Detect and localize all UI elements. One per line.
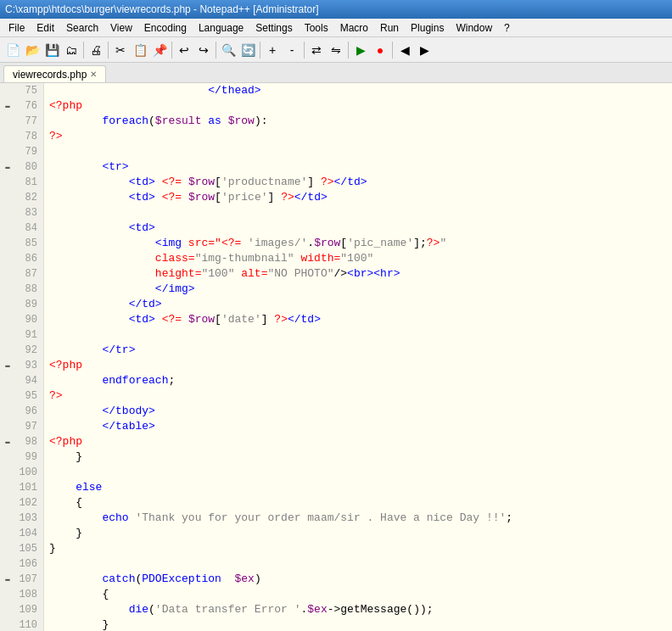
paste-button[interactable]: 📌 — [150, 41, 169, 59]
fold-icon — [2, 421, 14, 433]
menu-search[interactable]: Search — [61, 20, 104, 36]
line-number: 108 — [14, 587, 37, 602]
code-line: <td> <?= $row['date'] ?></td> — [49, 312, 672, 327]
code-line: height="100" alt="NO PHOTO"/><br><hr> — [49, 266, 672, 282]
code-line: { — [49, 495, 672, 511]
gutter-row: 103 — [0, 511, 43, 526]
line-number: 89 — [14, 297, 37, 312]
line-number: 91 — [14, 327, 37, 343]
fold-icon — [2, 604, 14, 616]
code-line: } — [49, 617, 672, 631]
redo-button[interactable]: ↪ — [194, 41, 213, 59]
gutter-row: 102 — [0, 495, 43, 511]
code-line: <img src="<?= 'images/'.$row['pic_name']… — [49, 236, 672, 251]
line-number: 88 — [14, 282, 37, 297]
tab-label: viewrecords.php — [13, 69, 87, 81]
sep7 — [348, 42, 349, 59]
run-button[interactable]: ▶ — [351, 41, 370, 59]
line-number: 101 — [14, 480, 37, 495]
gutter-row: 94 — [0, 373, 43, 388]
code-content[interactable]: </thead> <?php foreach($result as $row):… — [44, 83, 672, 631]
fold-icon[interactable]: ▬ — [2, 573, 14, 585]
sep8 — [392, 42, 393, 59]
fold-icon[interactable]: ▬ — [2, 100, 14, 112]
new-button[interactable]: 📄 — [3, 41, 22, 59]
code-line: foreach($result as $row): — [49, 114, 672, 129]
tab-close-icon[interactable]: ✕ — [90, 70, 97, 79]
line-number: 90 — [14, 312, 37, 327]
code-line: </img> — [49, 282, 672, 297]
code-line: catch(PDOException $ex) — [49, 572, 672, 587]
code-line: else — [49, 480, 672, 495]
sep3 — [171, 42, 172, 59]
menu-settings[interactable]: Settings — [250, 20, 297, 36]
fold-icon — [2, 512, 14, 524]
fold-icon — [2, 589, 14, 600]
menu-view[interactable]: View — [105, 20, 137, 36]
save-button[interactable]: 💾 — [42, 41, 61, 59]
gutter-row: ▬93 — [0, 358, 43, 373]
menu-edit[interactable]: Edit — [31, 20, 59, 36]
menu-file[interactable]: File — [3, 20, 30, 36]
undo-button[interactable]: ↩ — [175, 41, 193, 59]
next-button[interactable]: ▶ — [415, 41, 434, 59]
menu-run[interactable]: Run — [375, 20, 404, 36]
replace-button[interactable]: 🔄 — [238, 41, 257, 59]
gutter-row: 81 — [0, 175, 43, 190]
open-button[interactable]: 📂 — [23, 41, 42, 59]
fold-icon[interactable]: ▬ — [2, 360, 14, 371]
menu-language[interactable]: Language — [193, 20, 249, 36]
code-line — [49, 144, 672, 159]
code-line: die('Data transfer Error '.$ex->getMessa… — [49, 602, 672, 617]
gutter-row: 89 — [0, 297, 43, 312]
code-line: <tr> — [49, 159, 672, 175]
wrap-button[interactable]: ⇋ — [327, 41, 345, 59]
menu-window[interactable]: Window — [451, 20, 497, 36]
sync-button[interactable]: ⇄ — [307, 41, 326, 59]
tab-viewrecords[interactable]: viewrecords.php ✕ — [3, 65, 106, 82]
cut-button[interactable]: ✂ — [111, 41, 130, 59]
prev-button[interactable]: ◀ — [395, 41, 414, 59]
line-number: 82 — [14, 190, 37, 205]
line-number: 92 — [14, 343, 37, 358]
code-line: </tr> — [49, 343, 672, 358]
zoom-out-button[interactable]: - — [283, 41, 301, 59]
sep4 — [216, 42, 216, 59]
menu-macro[interactable]: Macro — [335, 20, 373, 36]
fold-icon — [2, 222, 14, 234]
line-number: 87 — [14, 266, 37, 282]
menu-encoding[interactable]: Encoding — [139, 20, 192, 36]
fold-icon — [2, 192, 14, 204]
line-number: 79 — [14, 144, 37, 159]
line-number: 103 — [14, 511, 37, 526]
fold-icon — [2, 329, 14, 341]
fold-icon — [2, 176, 14, 188]
menu-tools[interactable]: Tools — [300, 20, 333, 36]
code-line: } — [49, 450, 672, 465]
fold-icon — [2, 299, 14, 310]
menu-help[interactable]: ? — [499, 20, 515, 36]
code-line: class="img-thumbnail" width="100" — [49, 251, 672, 266]
fold-icon[interactable]: ▬ — [2, 436, 14, 448]
code-line — [49, 556, 672, 572]
gutter-row: ▬98 — [0, 434, 43, 450]
fold-icon — [2, 466, 14, 478]
line-number: 99 — [14, 450, 37, 465]
zoom-in-button[interactable]: + — [263, 41, 282, 59]
line-number: 109 — [14, 602, 37, 617]
copy-button[interactable]: 📋 — [131, 41, 149, 59]
print-button[interactable]: 🖨 — [87, 41, 105, 59]
menu-plugins[interactable]: Plugins — [406, 20, 449, 36]
line-number: 77 — [14, 114, 37, 129]
record-button[interactable]: ● — [371, 41, 389, 59]
code-area: 75▬76777879▬80818283848586878889909192▬9… — [0, 83, 672, 631]
gutter-row: 92 — [0, 343, 43, 358]
code-line: </thead> — [49, 83, 672, 98]
fold-icon[interactable]: ▬ — [2, 161, 14, 173]
fold-icon — [2, 543, 14, 555]
line-number: 94 — [14, 373, 37, 388]
code-line: <td> <?= $row['price'] ?></td> — [49, 190, 672, 205]
find-button[interactable]: 🔍 — [219, 41, 238, 59]
save-all-button[interactable]: 🗂 — [62, 41, 81, 59]
line-number: 78 — [14, 129, 37, 144]
